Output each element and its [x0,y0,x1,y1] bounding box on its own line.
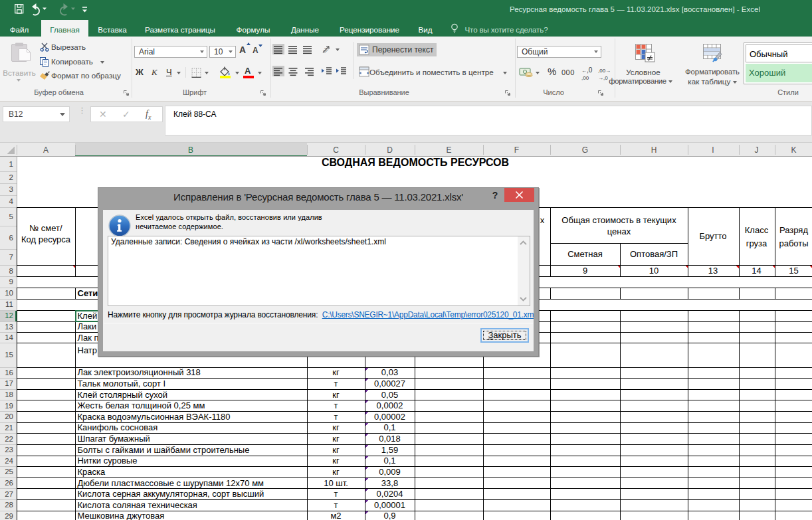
svg-text:кг: кг [332,434,340,444]
svg-text:21: 21 [5,424,13,432]
svg-text:0,018: 0,018 [379,434,401,444]
svg-text:10: 10 [649,266,659,276]
svg-text:кг: кг [332,456,340,466]
svg-text:Лак электроизоляционный 318: Лак электроизоляционный 318 [78,367,201,377]
svg-text:0,00001: 0,00001 [374,500,405,510]
svg-text:14: 14 [5,333,13,341]
svg-text:15: 15 [5,351,13,359]
svg-text:K: K [791,145,796,155]
svg-text:6: 6 [9,234,13,242]
svg-text:Разряд: Разряд [779,225,808,235]
svg-text:груза: груза [746,238,767,248]
svg-text:25: 25 [5,468,13,476]
svg-text:Краска: Краска [78,467,106,477]
svg-text:24: 24 [5,457,13,465]
svg-text:23: 23 [5,446,13,454]
svg-text:33,8: 33,8 [381,478,398,488]
svg-text:№ смет/: № смет/ [29,223,62,233]
svg-text:C: C [333,145,339,155]
svg-text:кг: кг [332,390,340,400]
svg-text:Дюбели пластмассовые с шурупам: Дюбели пластмассовые с шурупами 12x70 мм [78,478,264,488]
svg-text:20: 20 [5,412,13,420]
svg-text:H: H [651,145,657,155]
svg-text:9: 9 [9,278,13,286]
svg-text:кг: кг [332,422,340,432]
svg-text:Нитки суровые: Нитки суровые [78,456,138,466]
svg-text:Общая стоимость в текущих: Общая стоимость в текущих [561,215,676,225]
svg-text:18: 18 [5,390,13,398]
svg-text:Класс: Класс [745,225,769,235]
svg-text:10 шт.: 10 шт. [324,478,348,488]
svg-text:19: 19 [5,402,13,410]
svg-text:0,03: 0,03 [381,367,398,377]
svg-text:10: 10 [5,289,13,297]
svg-text:8: 8 [9,267,13,275]
svg-text:17: 17 [5,379,13,387]
svg-text:I: I [712,145,714,155]
svg-text:кг: кг [332,467,340,477]
svg-text:Сметная: Сметная [567,249,603,259]
svg-text:4: 4 [9,197,14,205]
svg-text:0,0204: 0,0204 [377,489,403,499]
svg-text:х: х [540,215,545,225]
svg-text:т: т [334,489,338,499]
svg-text:12: 12 [5,311,13,319]
svg-text:16: 16 [5,369,13,377]
svg-text:28: 28 [5,501,13,509]
svg-text:СВОДНАЯ ВЕДОМОСТЬ РЕСУРСОВ: СВОДНАЯ ВЕДОМОСТЬ РЕСУРСОВ [322,157,509,168]
svg-text:кг: кг [332,445,340,455]
svg-text:0,1: 0,1 [383,456,395,466]
svg-text:Болты с гайками и шайбами стро: Болты с гайками и шайбами строительные [78,445,250,455]
svg-text:0,00027: 0,00027 [374,379,405,389]
svg-text:27: 27 [5,490,13,498]
svg-text:J: J [755,145,759,155]
svg-text:0,00002: 0,00002 [374,412,405,422]
svg-text:Мешковина джутовая: Мешковина джутовая [78,511,165,520]
svg-text:7: 7 [9,253,13,261]
svg-text:Канифоль сосновая: Канифоль сосновая [78,422,158,432]
svg-text:0,05: 0,05 [381,390,398,400]
svg-text:29: 29 [5,512,13,520]
svg-text:т: т [334,400,338,410]
svg-text:3: 3 [9,185,13,193]
svg-text:13: 13 [708,266,718,276]
svg-text:Код ресурса: Код ресурса [21,234,71,244]
svg-text:Тальк молотый, сорт I: Тальк молотый, сорт I [78,379,166,389]
svg-text:0,009: 0,009 [379,467,401,477]
svg-text:B: B [188,145,193,155]
svg-text:1: 1 [9,160,13,168]
svg-text:Кислота соляная техническая: Кислота соляная техническая [78,500,197,510]
svg-text:т: т [334,500,338,510]
svg-text:Краска водоэмульсионная ВЭАК-1: Краска водоэмульсионная ВЭАК-1180 [78,412,231,422]
svg-text:9: 9 [583,266,587,276]
svg-text:0,1: 0,1 [383,422,395,432]
svg-text:кг: кг [332,367,340,377]
svg-text:1,59: 1,59 [381,445,398,455]
svg-text:Клей столярный сухой: Клей столярный сухой [78,390,168,400]
svg-text:т: т [334,412,338,422]
svg-text:D: D [387,145,393,155]
svg-text:G: G [582,145,588,155]
svg-text:2: 2 [9,173,13,181]
svg-text:Брутто: Брутто [699,231,726,241]
svg-text:E: E [446,145,451,155]
svg-text:Шпагат бумажный: Шпагат бумажный [78,434,150,444]
svg-text:15: 15 [789,266,798,276]
svg-text:0,0002: 0,0002 [377,400,403,410]
svg-text:22: 22 [5,435,13,443]
svg-text:ценах: ценах [607,226,631,236]
svg-text:м2: м2 [330,511,341,520]
svg-text:A: A [43,145,49,155]
svg-text:Кислота серная аккумуляторная,: Кислота серная аккумуляторная, сорт высш… [78,489,264,499]
svg-text:0,9: 0,9 [383,511,395,520]
svg-text:13: 13 [5,323,13,331]
svg-text:F: F [514,145,519,155]
svg-text:14: 14 [752,266,761,276]
svg-text:Оптовая/ЗП: Оптовая/ЗП [630,249,678,259]
svg-text:работы: работы [779,238,808,248]
svg-text:5: 5 [9,213,13,220]
svg-text:26: 26 [5,479,13,487]
svg-text:Жесть белая толщиной 0,25 мм: Жесть белая толщиной 0,25 мм [78,400,205,410]
svg-text:т: т [334,379,338,389]
svg-text:11: 11 [5,300,13,308]
